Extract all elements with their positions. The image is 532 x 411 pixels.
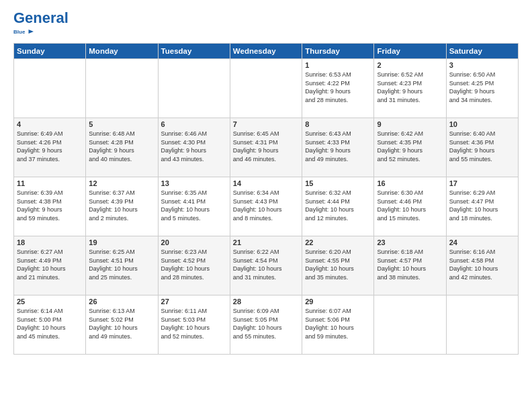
day-cell: 10Sunrise: 6:40 AM Sunset: 4:36 PM Dayli… xyxy=(446,118,518,177)
day-info: Sunrise: 6:13 AM Sunset: 5:02 PM Dayligh… xyxy=(89,307,154,340)
week-row-2: 4Sunrise: 6:49 AM Sunset: 4:26 PM Daylig… xyxy=(14,118,519,177)
day-info: Sunrise: 6:27 AM Sunset: 4:49 PM Dayligh… xyxy=(17,248,83,281)
day-cell: 3Sunrise: 6:50 AM Sunset: 4:25 PM Daylig… xyxy=(446,59,518,118)
day-cell: 18Sunrise: 6:27 AM Sunset: 4:49 PM Dayli… xyxy=(14,236,86,295)
logo-text: General xyxy=(13,11,69,26)
day-cell: 24Sunrise: 6:16 AM Sunset: 4:58 PM Dayli… xyxy=(446,236,518,295)
day-number: 3 xyxy=(449,61,515,69)
day-cell: 6Sunrise: 6:46 AM Sunset: 4:30 PM Daylig… xyxy=(158,118,230,177)
day-info: Sunrise: 6:39 AM Sunset: 4:38 PM Dayligh… xyxy=(17,189,83,222)
day-cell: 8Sunrise: 6:43 AM Sunset: 4:33 PM Daylig… xyxy=(302,118,374,177)
day-number: 24 xyxy=(449,238,515,246)
day-cell: 26Sunrise: 6:13 AM Sunset: 5:02 PM Dayli… xyxy=(86,295,158,355)
day-info: Sunrise: 6:29 AM Sunset: 4:47 PM Dayligh… xyxy=(449,189,515,222)
day-info: Sunrise: 6:18 AM Sunset: 4:57 PM Dayligh… xyxy=(377,248,443,281)
day-info: Sunrise: 6:23 AM Sunset: 4:52 PM Dayligh… xyxy=(161,248,227,281)
day-info: Sunrise: 6:34 AM Sunset: 4:43 PM Dayligh… xyxy=(233,189,299,222)
day-cell: 1Sunrise: 6:53 AM Sunset: 4:22 PM Daylig… xyxy=(302,59,374,118)
day-number: 22 xyxy=(305,238,371,246)
day-cell: 29Sunrise: 6:07 AM Sunset: 5:06 PM Dayli… xyxy=(302,295,374,355)
col-header-friday: Friday xyxy=(374,44,446,59)
day-info: Sunrise: 6:20 AM Sunset: 4:55 PM Dayligh… xyxy=(305,248,371,281)
svg-text:Blue: Blue xyxy=(13,29,26,35)
day-number: 28 xyxy=(233,298,299,306)
page: General Blue SundayMondayTuesdayWednesda… xyxy=(0,0,532,411)
day-info: Sunrise: 6:43 AM Sunset: 4:33 PM Dayligh… xyxy=(305,130,371,163)
day-number: 5 xyxy=(89,120,154,128)
day-number: 7 xyxy=(233,120,299,128)
day-number: 25 xyxy=(17,298,83,306)
day-cell: 27Sunrise: 6:11 AM Sunset: 5:03 PM Dayli… xyxy=(158,295,230,355)
week-row-1: 1Sunrise: 6:53 AM Sunset: 4:22 PM Daylig… xyxy=(14,59,519,118)
day-cell: 14Sunrise: 6:34 AM Sunset: 4:43 PM Dayli… xyxy=(230,177,302,236)
day-number: 19 xyxy=(89,238,154,246)
day-cell: 28Sunrise: 6:09 AM Sunset: 5:05 PM Dayli… xyxy=(230,295,302,355)
day-cell xyxy=(86,59,158,118)
day-number: 14 xyxy=(233,179,299,187)
logo-general: General xyxy=(13,9,69,26)
day-number: 29 xyxy=(305,298,371,306)
week-row-5: 25Sunrise: 6:14 AM Sunset: 5:00 PM Dayli… xyxy=(14,295,519,355)
day-cell: 15Sunrise: 6:32 AM Sunset: 4:44 PM Dayli… xyxy=(302,177,374,236)
day-cell: 16Sunrise: 6:30 AM Sunset: 4:46 PM Dayli… xyxy=(374,177,446,236)
day-info: Sunrise: 6:35 AM Sunset: 4:41 PM Dayligh… xyxy=(161,189,227,222)
day-number: 4 xyxy=(17,120,83,128)
day-info: Sunrise: 6:22 AM Sunset: 4:54 PM Dayligh… xyxy=(233,248,299,281)
col-header-wednesday: Wednesday xyxy=(230,44,302,59)
day-number: 8 xyxy=(305,120,371,128)
day-cell: 22Sunrise: 6:20 AM Sunset: 4:55 PM Dayli… xyxy=(302,236,374,295)
svg-marker-1 xyxy=(29,30,34,34)
day-number: 27 xyxy=(161,298,227,306)
col-header-saturday: Saturday xyxy=(446,44,518,59)
day-number: 15 xyxy=(305,179,371,187)
day-number: 6 xyxy=(161,120,227,128)
day-cell: 12Sunrise: 6:37 AM Sunset: 4:39 PM Dayli… xyxy=(86,177,158,236)
day-cell: 9Sunrise: 6:42 AM Sunset: 4:35 PM Daylig… xyxy=(374,118,446,177)
day-info: Sunrise: 6:11 AM Sunset: 5:03 PM Dayligh… xyxy=(161,307,227,340)
day-number: 9 xyxy=(377,120,443,128)
day-info: Sunrise: 6:16 AM Sunset: 4:58 PM Dayligh… xyxy=(449,248,515,281)
day-cell: 5Sunrise: 6:48 AM Sunset: 4:28 PM Daylig… xyxy=(86,118,158,177)
day-cell xyxy=(446,295,518,355)
day-cell: 23Sunrise: 6:18 AM Sunset: 4:57 PM Dayli… xyxy=(374,236,446,295)
day-info: Sunrise: 6:40 AM Sunset: 4:36 PM Dayligh… xyxy=(449,130,515,163)
col-header-thursday: Thursday xyxy=(302,44,374,59)
day-cell xyxy=(230,59,302,118)
day-number: 11 xyxy=(17,179,83,187)
col-header-tuesday: Tuesday xyxy=(158,44,230,59)
day-number: 16 xyxy=(377,179,443,187)
day-info: Sunrise: 6:37 AM Sunset: 4:39 PM Dayligh… xyxy=(89,189,154,222)
col-header-monday: Monday xyxy=(86,44,158,59)
day-info: Sunrise: 6:46 AM Sunset: 4:30 PM Dayligh… xyxy=(161,130,227,163)
day-number: 18 xyxy=(17,238,83,246)
day-number: 17 xyxy=(449,179,515,187)
day-number: 23 xyxy=(377,238,443,246)
week-row-3: 11Sunrise: 6:39 AM Sunset: 4:38 PM Dayli… xyxy=(14,177,519,236)
day-number: 10 xyxy=(449,120,515,128)
day-cell: 13Sunrise: 6:35 AM Sunset: 4:41 PM Dayli… xyxy=(158,177,230,236)
day-info: Sunrise: 6:30 AM Sunset: 4:46 PM Dayligh… xyxy=(377,189,443,222)
day-info: Sunrise: 6:07 AM Sunset: 5:06 PM Dayligh… xyxy=(305,307,371,340)
day-cell: 2Sunrise: 6:52 AM Sunset: 4:23 PM Daylig… xyxy=(374,59,446,118)
day-number: 2 xyxy=(377,61,443,69)
day-cell: 7Sunrise: 6:45 AM Sunset: 4:31 PM Daylig… xyxy=(230,118,302,177)
day-cell: 4Sunrise: 6:49 AM Sunset: 4:26 PM Daylig… xyxy=(14,118,86,177)
col-header-sunday: Sunday xyxy=(14,44,86,59)
day-number: 13 xyxy=(161,179,227,187)
day-info: Sunrise: 6:14 AM Sunset: 5:00 PM Dayligh… xyxy=(17,307,83,340)
day-number: 12 xyxy=(89,179,154,187)
day-cell: 19Sunrise: 6:25 AM Sunset: 4:51 PM Dayli… xyxy=(86,236,158,295)
day-info: Sunrise: 6:25 AM Sunset: 4:51 PM Dayligh… xyxy=(89,248,154,281)
day-info: Sunrise: 6:09 AM Sunset: 5:05 PM Dayligh… xyxy=(233,307,299,340)
week-row-4: 18Sunrise: 6:27 AM Sunset: 4:49 PM Dayli… xyxy=(14,236,519,295)
day-cell: 20Sunrise: 6:23 AM Sunset: 4:52 PM Dayli… xyxy=(158,236,230,295)
header: General Blue xyxy=(13,11,519,36)
day-cell: 21Sunrise: 6:22 AM Sunset: 4:54 PM Dayli… xyxy=(230,236,302,295)
day-number: 26 xyxy=(89,298,154,306)
day-info: Sunrise: 6:48 AM Sunset: 4:28 PM Dayligh… xyxy=(89,130,154,163)
day-cell: 25Sunrise: 6:14 AM Sunset: 5:00 PM Dayli… xyxy=(14,295,86,355)
day-number: 1 xyxy=(305,61,371,69)
logo: General Blue xyxy=(13,11,69,36)
day-cell: 11Sunrise: 6:39 AM Sunset: 4:38 PM Dayli… xyxy=(14,177,86,236)
day-info: Sunrise: 6:45 AM Sunset: 4:31 PM Dayligh… xyxy=(233,130,299,163)
